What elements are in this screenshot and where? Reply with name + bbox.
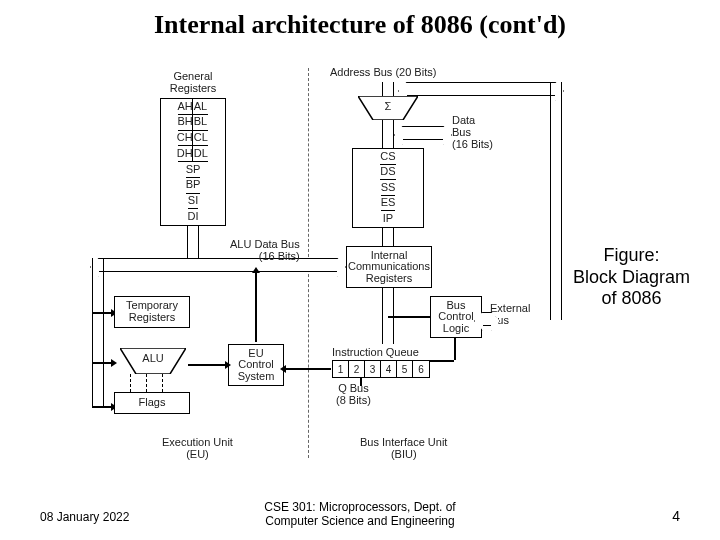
dashed-connector — [130, 374, 131, 392]
external-bus — [482, 312, 492, 326]
queue-cell: 5 — [397, 361, 413, 377]
address-bus — [406, 82, 556, 96]
caption-line: Figure: — [573, 245, 690, 267]
connector — [430, 360, 454, 362]
label-alu-data-bus: ALU Data Bus (16 Bits) — [230, 238, 300, 262]
caption-line: Block Diagram — [573, 267, 690, 289]
block-diagram: General Registers AHAL BHBL CHCL DHDL SP… — [70, 60, 590, 480]
flags-register: Flags — [114, 392, 190, 414]
reg-cell: AH — [178, 99, 193, 114]
reg-cell: CL — [193, 131, 208, 146]
footer-course: CSE 301: Microprocessors, Dept. of Compu… — [0, 500, 720, 528]
segment-registers-block: CS DS SS ES IP — [352, 148, 424, 228]
reg-cell: ES — [381, 196, 396, 211]
internal-comm-registers: Internal Communications Registers — [346, 246, 432, 288]
figure-caption: Figure: Block Diagram of 8086 — [573, 245, 690, 310]
bus-genreg-down — [187, 226, 199, 258]
bus-sigma-down — [382, 120, 394, 148]
reg-cell: BL — [193, 115, 208, 130]
footer-page-number: 4 — [672, 508, 680, 524]
alu-block: ALU — [120, 348, 186, 374]
connector — [388, 316, 430, 318]
reg-cell: SI — [188, 194, 198, 209]
connector — [255, 272, 257, 342]
label-general-registers: General Registers — [158, 70, 228, 94]
data-bus — [402, 126, 444, 140]
label-q-bus: Q Bus (8 Bits) — [336, 382, 371, 406]
alu-data-bus — [98, 258, 338, 272]
label-instruction-queue: Instruction Queue — [332, 346, 419, 358]
q-bus — [285, 368, 331, 370]
reg-cell: DH — [178, 146, 193, 161]
queue-cell: 2 — [349, 361, 365, 377]
dashed-connector — [146, 374, 147, 392]
queue-cell: 6 — [413, 361, 429, 377]
connector — [454, 338, 456, 360]
connector — [360, 378, 362, 386]
bus-control-logic: Bus Control Logic — [430, 296, 482, 338]
slide-title: Internal architecture of 8086 (cont'd) — [0, 10, 720, 40]
connector — [92, 312, 112, 314]
reg-cell: SS — [381, 180, 396, 195]
footer-course-line: Computer Science and Engineering — [0, 514, 720, 528]
alu-label: ALU — [120, 352, 186, 364]
queue-cell: 4 — [381, 361, 397, 377]
bus-segreg-down — [382, 228, 394, 246]
temporary-registers: Temporary Registers — [114, 296, 190, 328]
reg-cell: DS — [380, 165, 395, 180]
reg-cell: IP — [383, 211, 393, 227]
reg-cell: DI — [188, 209, 199, 225]
reg-cell: BH — [178, 115, 193, 130]
bus-sigma-up — [382, 82, 394, 96]
reg-cell: AL — [193, 99, 208, 114]
footer-course-line: CSE 301: Microprocessors, Dept. of — [0, 500, 720, 514]
sigma-adder: Σ — [358, 96, 418, 120]
reg-cell: CH — [178, 131, 193, 146]
reg-cell: DL — [193, 146, 208, 161]
bus-right-vertical — [550, 82, 562, 320]
general-registers-block: AHAL BHBL CHCL DHDL SP BP SI DI — [160, 98, 226, 226]
eu-control-system: EU Control System — [228, 344, 284, 386]
queue-cell: 1 — [333, 361, 349, 377]
connector — [92, 362, 112, 364]
label-execution-unit: Execution Unit (EU) — [162, 436, 233, 460]
instruction-queue: 1 2 3 4 5 6 — [332, 360, 430, 378]
caption-line: of 8086 — [573, 288, 690, 310]
label-address-bus: Address Bus (20 Bits) — [330, 66, 436, 78]
dashed-connector — [162, 374, 163, 392]
reg-cell: BP — [186, 178, 201, 193]
sigma-label: Σ — [358, 100, 418, 112]
bus-left-vertical — [92, 258, 104, 408]
reg-cell: SP — [186, 162, 201, 177]
reg-cell: CS — [380, 149, 395, 164]
connector — [188, 364, 226, 366]
label-data-bus: Data Bus (16 Bits) — [452, 114, 493, 150]
connector — [92, 406, 112, 408]
queue-cell: 3 — [365, 361, 381, 377]
label-biu: Bus Interface Unit (BIU) — [360, 436, 447, 460]
